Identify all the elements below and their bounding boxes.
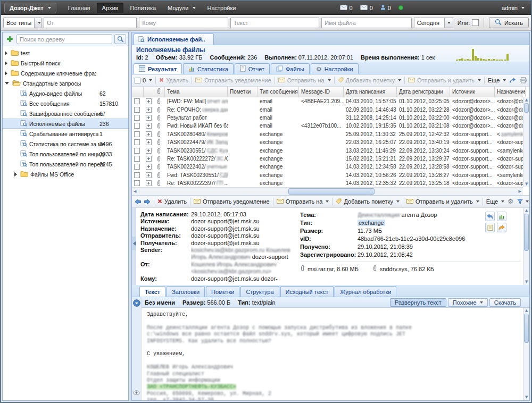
column-header[interactable]: Источник [450,87,495,97]
horizontal-scrollbar[interactable]: ◀ ▶ [132,187,523,195]
row-checkbox[interactable] [134,107,140,113]
send-and-delete-button[interactable]: Отправить и удалить [408,77,481,83]
tab-files[interactable]: Файлы [271,63,310,74]
tab-executable-files[interactable]: Исполняемые фай.. [134,33,214,45]
download-button[interactable]: Скачать [489,298,521,307]
expand-row-icon[interactable] [144,148,154,154]
tab-settings[interactable]: ⚙Настройки [311,63,359,74]
expand-arrow-icon[interactable] [14,172,17,177]
column-header[interactable]: Пометки [228,87,257,97]
send-and-delete-button[interactable]: Отправить и удалить [406,198,479,205]
column-header[interactable]: Дата написания [344,87,397,97]
row-checkbox[interactable] [134,139,140,145]
tree-node[interactable]: Исполняемые файлы236 [3,119,128,129]
expand-arrow-icon[interactable] [5,82,9,85]
or-checkbox[interactable] [472,19,479,26]
tree-node[interactable]: Срабатывание антивируса1 [3,129,128,139]
filter-button[interactable] [517,199,529,204]
column-header[interactable]: Дата регистрации [397,87,450,97]
table-row[interactable]: [FWD: FW: Mail] отчет агентаemail<4B8FAE… [132,97,523,105]
delete-button[interactable]: Удалить [159,77,188,83]
tab-statistics[interactable]: Статистика [183,63,234,74]
expand-row-icon[interactable] [144,115,154,121]
notify-button[interactable]: Отправить уведомление [194,198,270,205]
tab-structure[interactable]: Структура [240,286,279,297]
user-menu[interactable]: admin [502,5,525,11]
tab-processing-log[interactable]: Журнал обработки [335,286,396,297]
more-button[interactable]: Еще [488,77,506,83]
select-all-checkbox[interactable] [135,78,140,83]
column-header[interactable]: Назначение [495,87,526,97]
messages-counter[interactable]: 0 [340,5,353,11]
delete-button[interactable]: Удалить [157,198,187,205]
notify-button[interactable]: Отправить уведомление [195,77,271,83]
table-row[interactable]: Fwd: Новый ИКАП без ба..email<4312e07b10… [132,122,523,130]
from-input[interactable]: От [44,18,137,28]
table-row[interactable]: TASK00222402/учетные записиexchange14.03… [132,163,523,171]
expand-arrow-icon[interactable] [5,71,7,75]
row-checkbox[interactable] [134,156,140,162]
notifications-counter[interactable]: 0 [360,5,373,11]
expand-row-icon[interactable] [144,164,154,170]
tree-node[interactable]: Топ пользователей по переписке за...2245 [3,159,128,169]
similar-button[interactable]: Похожие [448,298,488,307]
table-row[interactable]: Re: СРОЧНО: сверка данныхemail02.09.2010… [132,105,523,113]
sessions-counter[interactable]: 0 [380,4,391,11]
table-row[interactable]: TASK00224479/ИК Западный...exchange22.03… [132,138,523,146]
table-row[interactable]: Re: TASK00222272/ЗС/Севе...exchange15.02… [132,155,523,163]
expand-row-icon[interactable] [144,98,154,104]
column-header[interactable] [132,87,144,97]
column-header[interactable] [154,87,165,97]
column-header[interactable]: Тип сообщения [257,87,299,97]
row-checkbox[interactable] [134,123,140,129]
reply-icon[interactable] [485,212,495,221]
menu-item-modules[interactable]: Модули [162,3,201,13]
expand-arrow-icon[interactable] [5,61,7,65]
row-checkbox[interactable] [134,180,140,186]
table-row[interactable]: TASK00280480/Кемерово/у...exchange25.09.… [132,130,523,138]
expand-arrow-icon[interactable] [5,51,7,55]
filename-input[interactable]: Имя файла [321,18,411,28]
tree-node[interactable]: Аудио-видео файлы62 [3,88,128,98]
tab-headers[interactable]: Заголовки [167,286,205,297]
table-row[interactable]: Re: TASK00222397/ГП...exchange14.03.2012… [132,179,523,187]
tree-node[interactable]: Содержащие ключевые фразы [3,68,128,78]
vertical-scrollbar[interactable]: ▲ ▼ [523,97,529,187]
table-row[interactable]: Результат работemail31.12.2008, 14:25:14… [132,114,523,122]
tree-search-input[interactable]: Поиск по дереву [16,34,112,44]
row-checkbox[interactable] [134,131,140,137]
menu-item-home[interactable]: Главная [63,3,96,13]
row-checkbox[interactable] [134,148,140,154]
share-button[interactable] [509,77,516,83]
tree-node[interactable]: Файлы MS Office [3,169,128,179]
tree-node[interactable]: Все сообщения157810 [3,98,128,108]
tree-node[interactable]: Статистика по системе за месяц3496 [3,139,128,149]
add-mark-button[interactable]: Добавить пометку [338,77,402,84]
menu-item-archive[interactable]: Архив [97,3,124,13]
expand-row-icon[interactable] [144,172,154,178]
collapse-panel-button[interactable] [132,237,136,250]
table-row[interactable]: TASK00230551/СДС Кузбассexchange13.03.20… [132,146,523,154]
column-header[interactable]: Тема [165,87,228,97]
table-row[interactable]: Fwd: TASK00230551/СДС...exchange14.03.20… [132,171,523,179]
tree-search-button[interactable] [114,34,126,44]
expand-text-button[interactable]: Развернуть текст [390,298,446,307]
expand-row-icon[interactable] [144,156,154,162]
tree-node[interactable]: test [3,48,128,58]
attachment[interactable]: msi.rar.rar, 8.60 МБ [300,265,359,273]
note-icon[interactable] [485,223,495,232]
message-type-select[interactable]: Все типы [3,18,41,28]
expand-row-icon[interactable] [144,131,154,137]
brand-menu-button[interactable]: Дозор-Джет [4,3,56,13]
tab-marks[interactable]: Пометки [206,286,239,297]
expand-row-icon[interactable] [144,180,154,186]
send-to-button[interactable]: Отправить на [277,198,329,205]
tab-report[interactable]: Отчет [235,63,270,74]
viewer-scrollbar[interactable]: ▲ ▼ [523,308,529,400]
dropdown-trigger-icon[interactable] [34,18,41,28]
expand-row-icon[interactable] [144,139,154,145]
tree-node[interactable]: Зашифрованное сообщение/вложение6 [3,108,128,119]
tree-node[interactable]: Топ пользователей по инцидентам3033 [3,149,128,159]
tree-node[interactable]: Быстрый поиск [3,58,128,68]
next-message-button[interactable] [144,199,151,205]
